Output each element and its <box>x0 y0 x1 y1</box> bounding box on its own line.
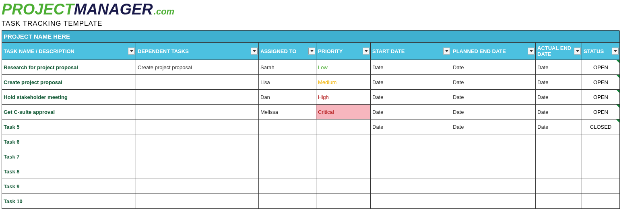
task-name-cell[interactable]: Task 9 <box>2 179 136 194</box>
task-name-cell[interactable]: Task 5 <box>2 119 136 134</box>
planned-end-date-cell[interactable]: Date <box>451 75 536 90</box>
assigned-to-cell[interactable] <box>259 194 316 209</box>
actual-end-date-cell[interactable]: Date <box>536 105 582 119</box>
filter-dropdown-icon[interactable] <box>612 48 619 55</box>
start-date-cell[interactable]: Date <box>371 119 451 134</box>
status-cell[interactable] <box>582 134 620 149</box>
planned-end-date-cell[interactable]: Date <box>451 105 536 119</box>
dependent-tasks-cell[interactable] <box>136 90 259 105</box>
assigned-to-cell[interactable] <box>259 149 316 164</box>
column-header[interactable]: PLANNED END DATE <box>451 43 536 60</box>
filter-dropdown-icon[interactable] <box>574 48 581 55</box>
priority-cell[interactable] <box>316 149 371 164</box>
filter-dropdown-icon[interactable] <box>308 48 315 55</box>
assigned-to-cell[interactable] <box>259 179 316 194</box>
start-date-cell[interactable] <box>371 194 451 209</box>
planned-end-date-cell[interactable]: Date <box>451 119 536 134</box>
assigned-to-cell[interactable] <box>259 134 316 149</box>
column-header[interactable]: START DATE <box>371 43 451 60</box>
status-cell[interactable] <box>582 179 620 194</box>
status-cell[interactable]: OPEN <box>582 60 620 75</box>
priority-cell[interactable] <box>316 119 371 134</box>
task-name-cell[interactable]: Task 7 <box>2 149 136 164</box>
planned-end-date-cell[interactable] <box>451 149 536 164</box>
dependent-tasks-cell[interactable] <box>136 194 259 209</box>
task-name-cell[interactable]: Get C-suite approval <box>2 105 136 119</box>
task-name-cell[interactable]: Task 8 <box>2 164 136 179</box>
start-date-cell[interactable] <box>371 164 451 179</box>
filter-dropdown-icon[interactable] <box>128 48 135 55</box>
column-header[interactable]: TASK NAME / DESCRIPTION <box>2 43 136 60</box>
start-date-cell[interactable]: Date <box>371 90 451 105</box>
start-date-cell[interactable] <box>371 179 451 194</box>
column-header[interactable]: STATUS <box>582 43 620 60</box>
priority-cell[interactable] <box>316 194 371 209</box>
assigned-to-cell[interactable]: Sarah <box>259 60 316 75</box>
priority-cell[interactable] <box>316 134 371 149</box>
priority-cell[interactable] <box>316 164 371 179</box>
status-cell[interactable]: OPEN <box>582 90 620 105</box>
status-cell[interactable] <box>582 194 620 209</box>
dependent-tasks-cell[interactable] <box>136 179 259 194</box>
dependent-tasks-cell[interactable] <box>136 105 259 119</box>
priority-cell[interactable]: High <box>316 90 371 105</box>
actual-end-date-cell[interactable] <box>536 134 582 149</box>
planned-end-date-cell[interactable] <box>451 164 536 179</box>
filter-dropdown-icon[interactable] <box>443 48 450 55</box>
status-cell[interactable]: OPEN <box>582 105 620 119</box>
dependent-tasks-cell[interactable] <box>136 75 259 90</box>
task-name-cell[interactable]: Create project proposal <box>2 75 136 90</box>
filter-dropdown-icon[interactable] <box>363 48 369 55</box>
planned-end-date-cell[interactable]: Date <box>451 60 536 75</box>
planned-end-date-cell[interactable] <box>451 179 536 194</box>
status-cell[interactable] <box>582 164 620 179</box>
priority-cell[interactable]: Critical <box>316 105 371 119</box>
actual-end-date-cell[interactable]: Date <box>536 75 582 90</box>
priority-cell[interactable]: Medium <box>316 75 371 90</box>
dependent-tasks-cell[interactable] <box>136 119 259 134</box>
priority-cell[interactable] <box>316 179 371 194</box>
filter-dropdown-icon[interactable] <box>251 48 258 55</box>
assigned-to-cell[interactable]: Dan <box>259 90 316 105</box>
start-date-cell[interactable] <box>371 134 451 149</box>
priority-cell[interactable]: Low <box>316 60 371 75</box>
actual-end-date-cell[interactable]: Date <box>536 90 582 105</box>
start-date-cell[interactable]: Date <box>371 60 451 75</box>
start-date-cell[interactable]: Date <box>371 75 451 90</box>
planned-end-date-cell[interactable] <box>451 134 536 149</box>
task-name-cell[interactable]: Research for project proposal <box>2 60 136 75</box>
planned-end-date-cell[interactable]: Date <box>451 90 536 105</box>
dependent-tasks-cell[interactable]: Create project proposal <box>136 60 259 75</box>
start-date-cell[interactable]: Date <box>371 105 451 119</box>
status-cell[interactable]: CLOSED <box>582 119 620 134</box>
assigned-to-cell[interactable]: Melissa <box>259 105 316 119</box>
assigned-to-cell[interactable]: Lisa <box>259 75 316 90</box>
actual-end-date-cell[interactable]: Date <box>536 119 582 134</box>
actual-end-date-cell[interactable] <box>536 149 582 164</box>
actual-end-date-cell[interactable] <box>536 164 582 179</box>
dependent-tasks-cell[interactable] <box>136 134 259 149</box>
assigned-to-cell[interactable] <box>259 119 316 134</box>
start-date-cell[interactable] <box>371 149 451 164</box>
planned-end-date-cell[interactable] <box>451 194 536 209</box>
column-header-label: ASSIGNED TO <box>260 48 296 54</box>
task-name-cell[interactable]: Task 10 <box>2 194 136 209</box>
project-name-header[interactable]: PROJECT NAME HERE <box>2 31 620 43</box>
column-header[interactable]: PRIORITY <box>316 43 371 60</box>
column-header[interactable]: ACTUAL END DATE <box>536 43 582 60</box>
actual-end-date-cell[interactable]: Date <box>536 60 582 75</box>
column-header[interactable]: ASSIGNED TO <box>259 43 316 60</box>
task-name-cell[interactable]: Task 6 <box>2 134 136 149</box>
dependent-tasks-cell[interactable] <box>136 149 259 164</box>
actual-end-date-cell[interactable] <box>536 194 582 209</box>
column-header[interactable]: DEPENDENT TASKS <box>136 43 259 60</box>
actual-end-date-cell[interactable] <box>536 179 582 194</box>
brand-logo: PROJECT MANAGER .com <box>2 2 644 19</box>
template-title: TASK TRACKING TEMPLATE <box>2 19 644 30</box>
status-cell[interactable] <box>582 149 620 164</box>
dependent-tasks-cell[interactable] <box>136 164 259 179</box>
filter-dropdown-icon[interactable] <box>528 48 535 55</box>
status-cell[interactable]: OPEN <box>582 75 620 90</box>
task-name-cell[interactable]: Hold stakeholder meeting <box>2 90 136 105</box>
assigned-to-cell[interactable] <box>259 164 316 179</box>
